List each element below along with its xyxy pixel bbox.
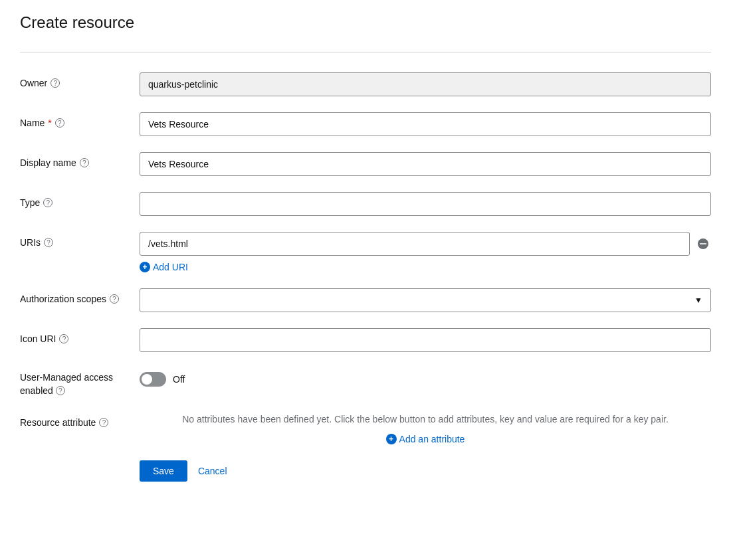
type-input[interactable] <box>140 192 711 216</box>
save-button[interactable]: Save <box>140 460 187 482</box>
name-row: Name * ? <box>20 112 711 136</box>
add-uri-button[interactable]: + Add URI <box>140 262 188 272</box>
toggle-slider <box>140 372 166 387</box>
page-title: Create resource <box>20 13 711 32</box>
owner-row: Owner ? <box>20 72 711 96</box>
type-label: Type ? <box>20 192 140 208</box>
resource-attribute-help-icon[interactable]: ? <box>99 418 108 427</box>
type-row: Type ? <box>20 192 711 216</box>
auth-scopes-row: Authorization scopes ? ▼ <box>20 288 711 312</box>
add-attribute-wrap: + Add an attribute <box>140 433 711 444</box>
user-managed-label: User-Managed access enabled ? <box>20 368 140 396</box>
no-attributes-text: No attributes have been defined yet. Cli… <box>140 412 711 426</box>
resource-attribute-row: Resource attribute ? No attributes have … <box>20 412 711 444</box>
uri-input[interactable] <box>140 232 690 256</box>
add-uri-wrap: + Add URI <box>140 261 711 272</box>
add-uri-plus-icon: + <box>140 262 150 272</box>
icon-uri-input-wrap <box>140 328 711 352</box>
uri-item <box>140 232 711 256</box>
owner-label: Owner ? <box>20 72 140 88</box>
uris-input-wrap: + Add URI <box>140 232 711 272</box>
add-attribute-button[interactable]: + Add an attribute <box>386 434 465 444</box>
owner-input <box>140 72 711 96</box>
auth-scopes-select[interactable]: ▼ <box>140 288 711 312</box>
type-help-icon[interactable]: ? <box>43 198 52 207</box>
display-name-label: Display name ? <box>20 152 140 168</box>
toggle-label-text: Off <box>173 374 185 385</box>
resource-attribute-content: No attributes have been defined yet. Cli… <box>140 412 711 444</box>
auth-scopes-label: Authorization scopes ? <box>20 288 140 304</box>
owner-input-wrap <box>140 72 711 96</box>
uris-row: URIs ? + Add URI <box>20 232 711 272</box>
icon-uri-input[interactable] <box>140 328 711 352</box>
remove-uri-button[interactable] <box>695 236 711 252</box>
display-name-row: Display name ? <box>20 152 711 176</box>
user-managed-control-wrap: Off <box>140 368 711 387</box>
cancel-button[interactable]: Cancel <box>198 466 227 476</box>
svg-rect-1 <box>700 243 706 244</box>
uris-help-icon[interactable]: ? <box>44 238 53 247</box>
type-input-wrap <box>140 192 711 216</box>
display-name-input-wrap <box>140 152 711 176</box>
auth-scopes-help-icon[interactable]: ? <box>110 294 119 304</box>
owner-help-icon[interactable]: ? <box>51 78 60 88</box>
icon-uri-help-icon[interactable]: ? <box>59 334 68 343</box>
name-required-star: * <box>48 118 51 128</box>
add-attribute-plus-icon: + <box>386 434 397 444</box>
name-input-wrap <box>140 112 711 136</box>
uris-label: URIs ? <box>20 232 140 248</box>
name-help-icon[interactable]: ? <box>55 118 64 128</box>
auth-scopes-input-wrap: ▼ <box>140 288 711 312</box>
user-managed-help-icon[interactable]: ? <box>56 386 65 395</box>
icon-uri-row: Icon URI ? <box>20 328 711 352</box>
name-input[interactable] <box>140 112 711 136</box>
name-label: Name * ? <box>20 112 140 128</box>
resource-attribute-label: Resource attribute ? <box>20 412 140 428</box>
user-managed-row: User-Managed access enabled ? Off <box>20 368 711 396</box>
icon-uri-label: Icon URI ? <box>20 328 140 344</box>
display-name-help-icon[interactable]: ? <box>80 158 89 167</box>
button-row: Save Cancel <box>20 460 711 482</box>
chevron-down-icon: ▼ <box>694 296 702 305</box>
user-managed-toggle[interactable] <box>140 372 166 387</box>
user-managed-toggle-wrap: Off <box>140 368 711 387</box>
display-name-input[interactable] <box>140 152 711 176</box>
